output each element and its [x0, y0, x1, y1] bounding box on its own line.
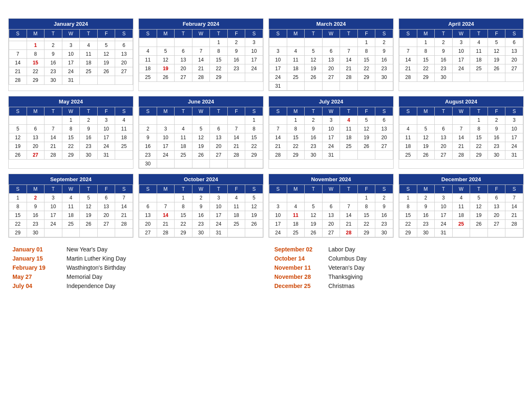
day-header: T — [44, 107, 62, 116]
calendar-day: 20 — [488, 211, 505, 220]
calendar-day: 7 — [115, 194, 133, 202]
calendar-day: 27 — [115, 67, 133, 76]
calendar-day: 9 — [305, 125, 323, 133]
calendar-day: 16 — [305, 133, 323, 142]
holiday-name: Wasthington's Birthday — [66, 264, 126, 271]
calendar-day: 15 — [287, 133, 305, 142]
calendar-day: 13 — [27, 133, 44, 142]
calendar-day: 4 — [62, 194, 80, 202]
calendar-day: 11 — [452, 202, 470, 211]
month-10: October 2024SMTWTFS123456789101112131415… — [138, 174, 264, 238]
calendar-day — [227, 160, 245, 168]
calendar-day — [9, 116, 27, 125]
calendar-day: 9 — [488, 125, 505, 133]
calendar-day: 17 — [62, 59, 80, 67]
calendar-day: 14 — [399, 56, 417, 64]
calendar-day: 28 — [115, 220, 133, 229]
month-8: August 2024SMTWTFS1234567891011121314151… — [399, 96, 524, 169]
calendar-day — [27, 116, 44, 125]
calendar-day: 22 — [357, 220, 375, 229]
calendar-day: 10 — [62, 50, 80, 59]
calendar-day: 5 — [305, 47, 323, 56]
calendar-day: 26 — [470, 220, 488, 229]
calendar-day: 15 — [62, 133, 80, 142]
calendar-day: 11 — [470, 47, 488, 56]
day-header: S — [399, 30, 417, 38]
calendar-day: 8 — [287, 125, 305, 133]
calendar-day: 13 — [375, 125, 393, 133]
calendar-day — [322, 38, 340, 47]
calendar-day: 15 — [357, 211, 375, 220]
calendar-day: 15 — [9, 211, 27, 220]
calendar-day: 17 — [435, 211, 453, 220]
calendar-day: 27 — [322, 229, 340, 237]
calendar-day: 5 — [417, 125, 435, 133]
month-header: April 2024 — [399, 19, 523, 29]
calendar-day: 27 — [210, 151, 228, 160]
day-header: T — [305, 185, 323, 194]
calendar-day: 21 — [157, 220, 175, 229]
calendar-day — [192, 38, 210, 47]
holiday-row: May 27Memorial Day — [12, 273, 258, 280]
calendar-day: 5 — [97, 41, 115, 50]
holiday-row: July 04Independence Day — [12, 283, 258, 289]
calendar-day: 20 — [210, 142, 228, 151]
calendar-day: 18 — [227, 211, 245, 220]
calendar-day: 2 — [192, 194, 210, 202]
month-header: December 2024 — [399, 174, 523, 185]
calendar-day: 20 — [27, 142, 44, 151]
month-header: September 2024 — [9, 174, 133, 185]
holiday-date: September 02 — [274, 246, 328, 253]
calendar-day: 17 — [269, 64, 287, 73]
calendar-day: 24 — [435, 220, 453, 229]
calendar-day — [139, 194, 157, 202]
day-header: F — [488, 185, 505, 194]
holiday-date: December 25 — [274, 283, 328, 289]
calendar-day: 6 — [139, 202, 157, 211]
holidays-section: January 01New Year's DayJanuary 15Martin… — [8, 246, 524, 292]
calendar-day: 30 — [488, 151, 505, 160]
calendar-day: 14 — [115, 202, 133, 211]
calendar-day: 21 — [340, 220, 358, 229]
calendar-day: 8 — [210, 47, 228, 56]
calendar-day: 19 — [417, 142, 435, 151]
calendar-day: 10 — [269, 56, 287, 64]
calendar-day: 4 — [287, 202, 305, 211]
calendar-day: 18 — [62, 211, 80, 220]
calendar-day: 22 — [210, 64, 228, 73]
day-header: M — [287, 107, 305, 116]
calendar-day: 11 — [287, 211, 305, 220]
calendar-day — [192, 160, 210, 168]
calendar-day: 5 — [157, 47, 175, 56]
calendar-day: 20 — [435, 142, 453, 151]
holiday-name: Columbus Day — [328, 255, 367, 262]
holiday-date: January 15 — [12, 255, 66, 262]
calendar-day: 22 — [175, 220, 192, 229]
calendar-day: 7 — [452, 125, 470, 133]
calendar-day: 28 — [340, 73, 358, 82]
calendar-day: 2 — [44, 41, 62, 50]
calendar-day: 5 — [9, 125, 27, 133]
day-header: W — [452, 107, 470, 116]
calendar-day: 22 — [287, 142, 305, 151]
calendar-day — [245, 229, 263, 237]
holiday-date: February 19 — [12, 264, 66, 271]
day-header: W — [192, 185, 210, 194]
day-header: M — [417, 30, 435, 38]
calendar-day: 12 — [9, 133, 27, 142]
calendar-day: 22 — [399, 220, 417, 229]
calendar-day — [399, 116, 417, 125]
day-header: T — [210, 30, 228, 38]
calendar-day: 23 — [80, 142, 98, 151]
calendar-day — [357, 82, 375, 91]
calendar-day: 24 — [269, 229, 287, 237]
calendar-day: 14 — [157, 211, 175, 220]
calendar-day: 27 — [322, 73, 340, 82]
calendar-day: 13 — [210, 133, 228, 142]
calendar-day: 25 — [287, 229, 305, 237]
calendar-day: 3 — [435, 194, 453, 202]
calendar-day: 26 — [157, 73, 175, 82]
calendar-day: 16 — [44, 59, 62, 67]
calendar-day: 21 — [227, 142, 245, 151]
calendar-day: 4 — [139, 47, 157, 56]
